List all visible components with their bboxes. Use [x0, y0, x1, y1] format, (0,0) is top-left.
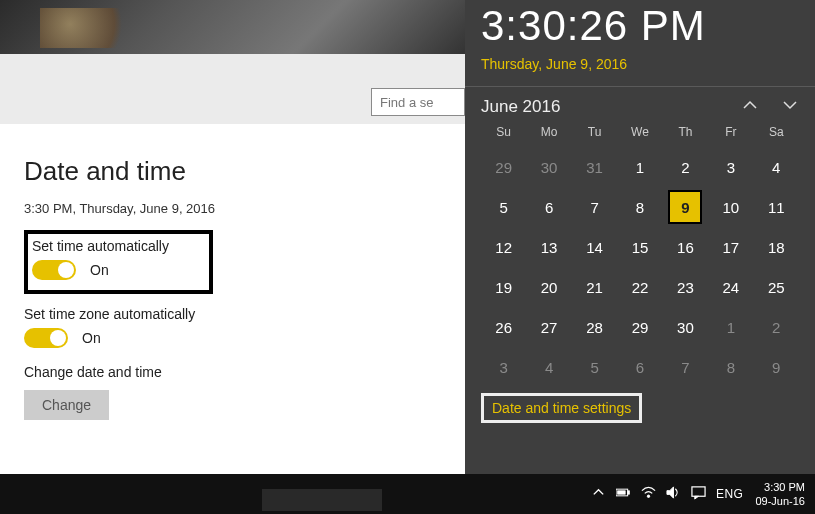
taskbar-date: 09-Jun-16 [755, 494, 805, 508]
weekday-header: Mo [526, 125, 571, 139]
calendar-day[interactable]: 13 [526, 227, 571, 267]
divider [465, 86, 815, 87]
svg-rect-1 [628, 491, 630, 494]
svg-rect-2 [618, 491, 626, 494]
calendar-day[interactable]: 20 [526, 267, 571, 307]
next-month-button[interactable] [781, 98, 799, 116]
calendar-day[interactable]: 25 [754, 267, 799, 307]
weekday-header: Th [663, 125, 708, 139]
auto-timezone-toggle[interactable] [24, 328, 68, 348]
chevron-down-icon [782, 97, 798, 117]
svg-marker-4 [667, 487, 674, 498]
taskbar-app-preview [262, 489, 382, 511]
month-label[interactable]: June 2016 [481, 97, 560, 117]
taskbar-time: 3:30 PM [755, 480, 805, 494]
auto-timezone-block: Set time zone automatically On [24, 306, 465, 348]
calendar-day[interactable]: 4 [526, 347, 571, 387]
current-datetime-text: 3:30 PM, Thursday, June 9, 2016 [24, 201, 465, 216]
calendar-day[interactable]: 8 [708, 347, 753, 387]
calendar-day[interactable]: 1 [617, 147, 662, 187]
calendar-day[interactable]: 7 [572, 187, 617, 227]
calendar-day[interactable]: 30 [663, 307, 708, 347]
calendar-day[interactable]: 22 [617, 267, 662, 307]
calendar-day[interactable]: 29 [617, 307, 662, 347]
search-area: Find a se [0, 54, 465, 124]
svg-point-3 [647, 495, 649, 497]
calendar-day[interactable]: 3 [708, 147, 753, 187]
calendar-day[interactable]: 26 [481, 307, 526, 347]
flyout-date[interactable]: Thursday, June 9, 2016 [481, 56, 799, 72]
prev-month-button[interactable] [741, 98, 759, 116]
tray-overflow-icon[interactable] [591, 485, 606, 503]
weekday-header: Tu [572, 125, 617, 139]
system-tray: ENG [591, 485, 744, 503]
weekday-header: Fr [708, 125, 753, 139]
chevron-up-icon [742, 97, 758, 117]
calendar-day[interactable]: 14 [572, 227, 617, 267]
flyout-time: 3:30:26 PM [481, 2, 799, 50]
date-time-settings-link[interactable]: Date and time settings [492, 400, 631, 416]
calendar-day[interactable]: 17 [708, 227, 753, 267]
calendar-day[interactable]: 27 [526, 307, 571, 347]
calendar-day[interactable]: 7 [663, 347, 708, 387]
clock-calendar-flyout: 3:30:26 PM Thursday, June 9, 2016 June 2… [465, 0, 815, 474]
calendar-day[interactable]: 28 [572, 307, 617, 347]
language-indicator[interactable]: ENG [716, 487, 744, 501]
calendar-day[interactable]: 24 [708, 267, 753, 307]
highlight-box-auto-time: Set time automatically On [24, 230, 213, 294]
highlight-box-settings-link: Date and time settings [481, 393, 642, 423]
weekday-header: Su [481, 125, 526, 139]
calendar-day[interactable]: 21 [572, 267, 617, 307]
calendar-day[interactable]: 29 [481, 147, 526, 187]
calendar-day[interactable]: 1 [708, 307, 753, 347]
page-title: Date and time [24, 156, 465, 187]
calendar-day[interactable]: 19 [481, 267, 526, 307]
calendar-day[interactable]: 8 [617, 187, 662, 227]
calendar-day[interactable]: 23 [663, 267, 708, 307]
calendar-day[interactable]: 9 [754, 347, 799, 387]
calendar-day[interactable]: 2 [663, 147, 708, 187]
calendar-day[interactable]: 30 [526, 147, 571, 187]
auto-time-label: Set time automatically [32, 238, 169, 254]
change-datetime-label: Change date and time [24, 364, 465, 380]
taskbar: ENG 3:30 PM 09-Jun-16 [0, 474, 815, 514]
wifi-icon[interactable] [641, 485, 656, 503]
calendar-day[interactable]: 5 [481, 187, 526, 227]
calendar-day[interactable]: 6 [526, 187, 571, 227]
volume-icon[interactable] [666, 485, 681, 503]
calendar-day-today[interactable]: 9 [663, 187, 708, 227]
auto-timezone-label: Set time zone automatically [24, 306, 465, 322]
calendar-day[interactable]: 4 [754, 147, 799, 187]
calendar-day[interactable]: 12 [481, 227, 526, 267]
calendar-day[interactable]: 15 [617, 227, 662, 267]
auto-time-state: On [90, 262, 109, 278]
weekday-header: Sa [754, 125, 799, 139]
battery-icon[interactable] [616, 485, 631, 503]
auto-time-toggle[interactable] [32, 260, 76, 280]
svg-rect-5 [692, 487, 705, 496]
weekday-header: We [617, 125, 662, 139]
calendar-day[interactable]: 18 [754, 227, 799, 267]
calendar-day[interactable]: 16 [663, 227, 708, 267]
calendar-day[interactable]: 6 [617, 347, 662, 387]
calendar-day[interactable]: 5 [572, 347, 617, 387]
search-input[interactable]: Find a se [371, 88, 465, 116]
header-banner-image [0, 0, 465, 54]
calendar: SuMoTuWeThFrSa 2930311234567891011121314… [481, 125, 799, 387]
svg-marker-6 [695, 496, 699, 499]
calendar-day[interactable]: 2 [754, 307, 799, 347]
taskbar-clock[interactable]: 3:30 PM 09-Jun-16 [755, 480, 805, 508]
calendar-day[interactable]: 11 [754, 187, 799, 227]
calendar-day[interactable]: 31 [572, 147, 617, 187]
change-button[interactable]: Change [24, 390, 109, 420]
auto-timezone-state: On [82, 330, 101, 346]
calendar-day[interactable]: 10 [708, 187, 753, 227]
action-center-icon[interactable] [691, 485, 706, 503]
calendar-day[interactable]: 3 [481, 347, 526, 387]
settings-panel: Date and time 3:30 PM, Thursday, June 9,… [0, 124, 465, 474]
